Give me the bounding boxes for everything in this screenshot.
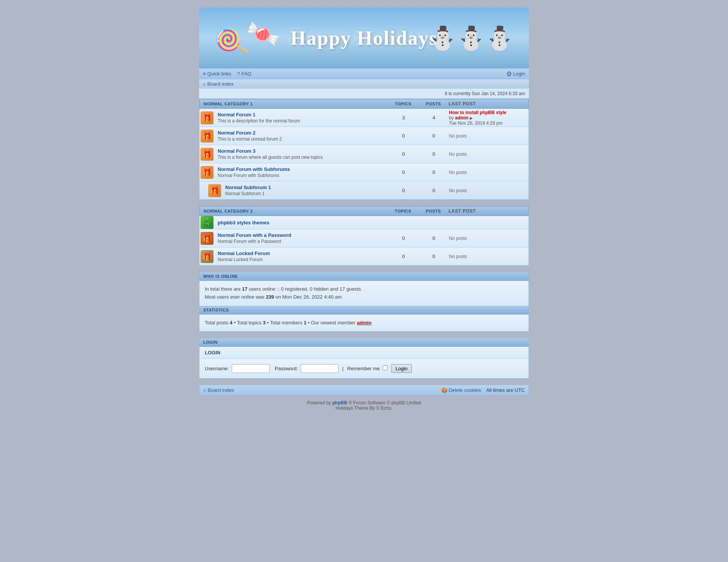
forum-icon-3: 🎁 (199, 148, 215, 161)
breadcrumb-bar: ⌂ Board index (199, 79, 529, 89)
menu-icon: ≡ (203, 71, 206, 77)
lastpost-viewforum-icon: ▶ (470, 116, 473, 120)
forum-posts-4: 0 (419, 169, 449, 175)
no-posts-3: No posts (449, 152, 467, 157)
forum-topics-4: 0 (388, 169, 419, 175)
no-posts-8: No posts (449, 254, 467, 259)
forum-posts-7: 0 (419, 235, 449, 241)
category-1-label: NORMAL CATEGORY 1 (204, 102, 253, 106)
forum-desc-8: Normal Locked Forum (218, 257, 385, 262)
cookie-icon: 🍪 (441, 387, 447, 393)
category-2-label: NORMAL CATEGORY 2 (204, 209, 253, 213)
password-input[interactable] (301, 364, 339, 373)
most-ever-count: 239 (266, 294, 274, 300)
datetime-text: It is currently Sun Jan 14, 2024 6:33 am (445, 91, 525, 96)
newest-member-link[interactable]: admin (357, 320, 371, 326)
question-icon: ? (237, 71, 240, 77)
login-section-header: LOGIN (199, 338, 529, 347)
forum-topics-3: 0 (388, 151, 419, 157)
forum-link-8[interactable]: Normal Locked Forum (218, 250, 270, 256)
total-members-label: Total members (270, 320, 302, 326)
forum-link-2[interactable]: Normal Forum 2 (218, 130, 256, 136)
forum-desc-2: This is a normal unread forum 2 (218, 136, 385, 142)
forum-topics-8: 0 (388, 254, 419, 259)
forum-icon-img-2: 🎁 (201, 130, 213, 142)
forum-row-3: 🎁 Normal Forum 3 This is a forum where a… (199, 145, 529, 163)
banner-text: Happy Holidays (290, 27, 438, 49)
newest-member-label: Our newest member (311, 320, 356, 326)
lastpost-by-1: by (449, 115, 454, 121)
forum-name-8: Normal Locked Forum Normal Locked Forum (215, 247, 388, 265)
forum-icon-img-5: 🎁 (208, 184, 221, 197)
forum-lastpost-8: No posts (449, 254, 529, 259)
most-ever-suffix: on Mon Dec 26, 2022 4:40 am (275, 294, 342, 300)
forum-desc-4: Normal Forum with Subforums (218, 173, 385, 178)
footer-home-icon: ⌂ (203, 387, 206, 393)
online-max-line: Most users ever online was 239 on Mon De… (205, 293, 523, 301)
forum-name-1: Normal Forum 1 This is a description for… (215, 109, 388, 127)
login-inner-header: LOGIN (199, 347, 529, 359)
forum-lastpost-7: No posts (449, 236, 529, 241)
lastpost-title-link-1[interactable]: How to install phpBB style (449, 110, 506, 115)
forum-topics-5: 0 (388, 188, 419, 193)
category-1: NORMAL CATEGORY 1 TOPICS POSTS LAST POST… (199, 99, 529, 200)
forum-icon-img-4: 🎁⬐ (201, 166, 213, 179)
forum-icon-img-3: 🎁 (201, 148, 213, 161)
forum-link-4[interactable]: Normal Forum with Subforums (218, 166, 290, 172)
login-form-area: Username: Password: | Remember me (199, 359, 529, 378)
who-is-online-body: In total there are 17 users online :: 0 … (199, 281, 529, 306)
forum-row-7: 🎁 Normal Forum with a Password Normal Fo… (199, 229, 529, 247)
power-icon: ⏻ (507, 71, 511, 77)
forum-lastpost-4: No posts (449, 170, 529, 175)
password-label: Password: (275, 366, 298, 371)
phpbb-link[interactable]: phpBB (332, 400, 347, 405)
forum-name-2: Normal Forum 2 This is a normal unread f… (215, 127, 388, 145)
forum-icon-8: 🎁 (199, 250, 215, 263)
username-input[interactable] (232, 364, 270, 373)
forum-lastpost-3: No posts (449, 152, 529, 157)
header-banner: 🍭🍬 Happy Holidays ⛄⛄⛄ (199, 8, 529, 68)
no-posts-5: No posts (449, 188, 467, 193)
forum-link-3[interactable]: Normal Forum 3 (218, 148, 256, 154)
forum-desc-5: Normal Subforum 1 (225, 191, 385, 196)
forum-posts-3: 0 (419, 151, 449, 157)
forum-name-5: Normal Subforum 1 Normal Subforum 1 (222, 182, 388, 199)
total-posts-label: Total posts (205, 320, 228, 326)
login-link[interactable]: ⏻ Login (507, 71, 525, 77)
footer-board-index-link[interactable]: ⌂ Board index (203, 387, 234, 393)
powered-by-text: Powered by (307, 400, 331, 405)
forum-topics-1: 3 (388, 115, 419, 121)
forum-posts-5: 0 (419, 188, 449, 193)
forum-link-1[interactable]: Normal Forum 1 (218, 112, 256, 117)
remember-checkbox[interactable] (383, 365, 388, 370)
forum-icon-img-8: 🎁 (201, 250, 213, 263)
quicklinks-link[interactable]: ≡ Quick links (203, 71, 231, 77)
footer-right: 🍪 Delete cookies All times are UTC (441, 387, 525, 393)
board-index-breadcrumb[interactable]: ⌂ Board index (203, 81, 234, 87)
navbar: ≡ Quick links ? FAQ ⏻ Login (199, 68, 529, 79)
col-lastpost-header-2: LAST POST (449, 208, 524, 214)
forum-lastpost-5: No posts (449, 188, 529, 193)
forum-link-5[interactable]: Normal Subforum 1 (225, 185, 271, 190)
delete-cookies-link[interactable]: Delete cookies (449, 387, 481, 393)
total-topics-count: 3 (263, 320, 265, 326)
forum-desc-7: Normal Forum with a Password (218, 239, 385, 244)
forum-icon-img-7: 🎁 (201, 232, 213, 245)
login-button[interactable] (391, 364, 412, 373)
forum-link-7[interactable]: Normal Forum with a Password (218, 232, 291, 238)
forum-lastpost-2: No posts (449, 133, 529, 139)
all-times-text: All times are UTC (486, 387, 525, 393)
lastpost-author-link-1[interactable]: admin (455, 115, 468, 121)
forum-lastpost-1: How to install phpBB style by admin ▶ Tu… (449, 110, 529, 126)
forum-icon-2: 🎁 (199, 130, 215, 142)
faq-link[interactable]: ? FAQ (237, 71, 251, 77)
forum-link-6[interactable]: phpbb3 styles themes (218, 220, 270, 225)
banner-candy-icon: 🍭🍬 (211, 14, 283, 61)
forum-posts-8: 0 (419, 254, 449, 259)
pipe-separator: | (342, 366, 344, 371)
forum-row-5: 🎁 Normal Subforum 1 Normal Subforum 1 0 … (199, 182, 529, 199)
most-ever-text: Most users ever online was (205, 294, 265, 300)
forum-row-6: 🎄 phpbb3 styles themes (199, 216, 529, 229)
login-section: LOGIN LOGIN Username: Password: | Rememb… (199, 338, 529, 379)
who-is-online-box: WHO IS ONLINE In total there are 17 user… (199, 272, 529, 332)
